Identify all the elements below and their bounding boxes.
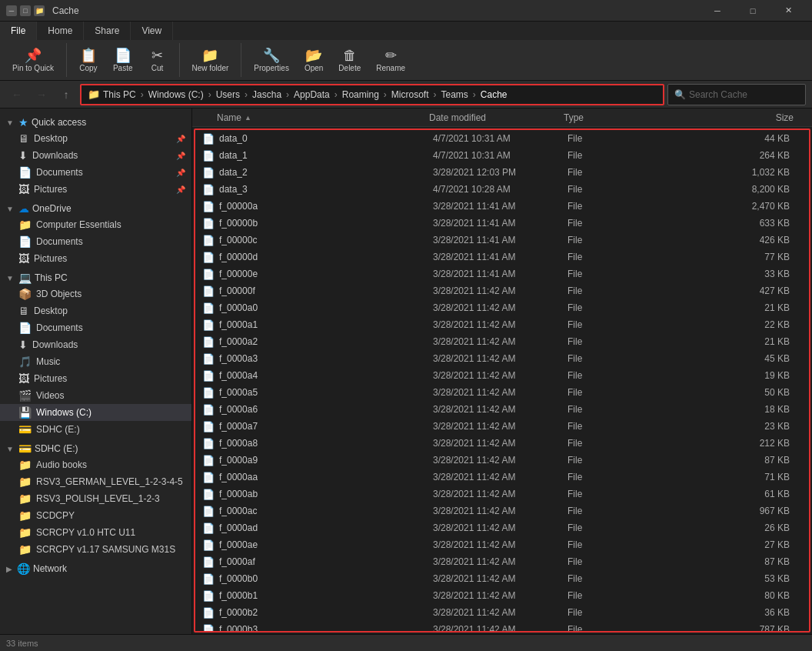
sidebar-item-documents-od[interactable]: 📄 Documents xyxy=(0,233,191,250)
table-row[interactable]: 📄f_0000ad3/28/2021 11:42 AMFile26 KB xyxy=(195,519,809,536)
table-row[interactable]: 📄f_0000b03/28/2021 11:42 AMFile53 KB xyxy=(195,570,809,587)
table-row[interactable]: 📄f_0000ae3/28/2021 11:42 AMFile27 KB xyxy=(195,536,809,553)
sidebar-item-videos[interactable]: 🎬 Videos xyxy=(0,387,191,404)
maximize-button[interactable]: □ xyxy=(735,0,770,22)
file-type: File xyxy=(567,607,660,618)
col-header-name[interactable]: Name ▲ xyxy=(198,112,429,123)
ribbon-content: 📌 Pin to Quick 📋 Copy 📄 Paste ✂ Cut 📁 Ne… xyxy=(0,40,812,80)
sidebar-group-onedrive[interactable]: ▼ ☁ OneDrive xyxy=(0,198,191,216)
table-row[interactable]: 📄f_0000b13/28/2021 11:42 AMFile80 KB xyxy=(195,587,809,604)
table-row[interactable]: 📄f_0000aa3/28/2021 11:42 AMFile71 KB xyxy=(195,469,809,486)
table-row[interactable]: 📄f_0000a73/28/2021 11:42 AMFile23 KB xyxy=(195,418,809,435)
close-button[interactable]: ✕ xyxy=(770,0,806,22)
ribbon-btn-paste[interactable]: 📄 Paste xyxy=(107,45,139,75)
table-row[interactable]: 📄f_0000ac3/28/2021 11:42 AMFile967 KB xyxy=(195,502,809,519)
col-header-type[interactable]: Type xyxy=(564,112,656,123)
table-row[interactable]: 📄data_14/7/2021 10:31 AMFile264 KB xyxy=(195,147,809,164)
table-row[interactable]: 📄data_34/7/2021 10:28 AMFile8,200 KB xyxy=(195,181,809,198)
sidebar-item-sdhc-pc[interactable]: 💳 SDHC (E:) xyxy=(0,421,191,438)
sidebar-item-3dobjects[interactable]: 📦 3D Objects xyxy=(0,285,191,302)
col-header-date[interactable]: Date modified xyxy=(429,112,564,123)
documents-icon: 📄 xyxy=(18,166,32,179)
sidebar-item-downloads-pc[interactable]: ⬇ Downloads xyxy=(0,336,191,353)
sidebar-item-scdcpy[interactable]: 📁 SCDCPY xyxy=(0,507,191,524)
table-row[interactable]: 📄f_0000b23/28/2021 11:42 AMFile36 KB xyxy=(195,604,809,621)
col-header-size[interactable]: Size xyxy=(656,112,806,123)
up-button[interactable]: ↑ xyxy=(55,84,77,105)
file-type: File xyxy=(567,269,660,279)
file-name: f_0000a5 xyxy=(219,387,258,398)
table-row[interactable]: 📄f_00000f3/28/2021 11:42 AMFile427 KB xyxy=(195,282,809,299)
ribbon-btn-newfolder[interactable]: 📁 New folder xyxy=(186,45,235,75)
sidebar-item-scrcpy-samsung[interactable]: 📁 SCRCPY v1.17 SAMSUNG M31S xyxy=(0,541,191,558)
forward-button[interactable]: → xyxy=(31,84,52,105)
sidebar-item-rsv3polish[interactable]: 📁 RSV3_POLISH_LEVEL_1-2-3 xyxy=(0,490,191,507)
sidebar-item-documents-pc[interactable]: 📄 Documents xyxy=(0,319,191,336)
table-row[interactable]: 📄f_0000a43/28/2021 11:42 AMFile19 KB xyxy=(195,367,809,384)
sidebar-group-sdhce[interactable]: ▼ 💳 SDHC (E:) xyxy=(0,438,191,456)
search-bar[interactable]: 🔍 Search Cache xyxy=(667,84,806,105)
file-date: 3/28/2021 11:42 AM xyxy=(433,319,567,330)
sidebar-item-pictures-qa[interactable]: 🖼 Pictures 📌 xyxy=(0,181,191,198)
ribbon-btn-rename[interactable]: ✏ Rename xyxy=(370,45,411,75)
table-row[interactable]: 📄f_0000a63/28/2021 11:42 AMFile18 KB xyxy=(195,401,809,418)
sidebar-item-audiobooks[interactable]: 📁 Audio books xyxy=(0,456,191,473)
table-row[interactable]: 📄f_0000b33/28/2021 11:42 AMFile787 KB xyxy=(195,621,809,633)
file-date: 3/28/2021 11:42 AM xyxy=(433,522,567,533)
file-icon: 📄 xyxy=(202,336,215,348)
ribbon-tab-share[interactable]: Share xyxy=(84,22,131,40)
file-name: f_00000c xyxy=(219,235,257,245)
ribbon-tab-home[interactable]: Home xyxy=(37,22,84,40)
table-row[interactable]: 📄f_0000a03/28/2021 11:42 AMFile21 KB xyxy=(195,299,809,316)
ribbon-btn-pinquick[interactable]: 📌 Pin to Quick xyxy=(6,45,60,75)
chevron-down-icon: ▼ xyxy=(6,205,14,213)
table-row[interactable]: 📄data_23/28/2021 12:03 PMFile1,032 KB xyxy=(195,164,809,181)
address-bar[interactable]: 📁 This PC › Windows (C:) › Users › Jasch… xyxy=(80,84,664,105)
sidebar-group-network[interactable]: ▶ 🌐 Network xyxy=(0,558,191,576)
table-row[interactable]: 📄f_0000a93/28/2021 11:42 AMFile87 KB xyxy=(195,452,809,469)
table-row[interactable]: 📄f_00000d3/28/2021 11:41 AMFile77 KB xyxy=(195,249,809,265)
table-row[interactable]: 📄f_0000a83/28/2021 11:42 AMFile212 KB xyxy=(195,435,809,452)
ribbon-tab-file[interactable]: File xyxy=(0,22,37,40)
sidebar-item-windows-c[interactable]: 💾 Windows (C:) xyxy=(0,404,191,421)
table-row[interactable]: 📄f_0000a53/28/2021 11:42 AMFile50 KB xyxy=(195,384,809,401)
sidebar-item-music[interactable]: 🎵 Music xyxy=(0,353,191,370)
table-row[interactable]: 📄f_0000a33/28/2021 11:42 AMFile45 KB xyxy=(195,350,809,367)
back-button[interactable]: ← xyxy=(6,84,28,105)
ribbon-tab-view[interactable]: View xyxy=(131,22,173,40)
sidebar-item-desktop-pc[interactable]: 🖥 Desktop xyxy=(0,302,191,319)
sidebar-item-documents-qa[interactable]: 📄 Documents 📌 xyxy=(0,164,191,181)
table-row[interactable]: 📄f_00000e3/28/2021 11:41 AMFile33 KB xyxy=(195,265,809,282)
ribbon-btn-properties[interactable]: 🔧 Properties xyxy=(248,45,295,75)
table-row[interactable]: 📄f_0000a23/28/2021 11:42 AMFile21 KB xyxy=(195,333,809,350)
sidebar-item-downloads-qa[interactable]: ⬇ Downloads 📌 xyxy=(0,147,191,164)
table-row[interactable]: 📄f_00000b3/28/2021 11:41 AMFile633 KB xyxy=(195,215,809,232)
sidebar-group-quickaccess[interactable]: ▼ ★ Quick access xyxy=(0,112,191,130)
pictures-icon: 🖼 xyxy=(18,252,29,265)
chevron-down-icon: ▼ xyxy=(6,274,14,282)
ribbon-btn-delete[interactable]: 🗑 Delete xyxy=(332,45,367,75)
ribbon-btn-open[interactable]: 📂 Open xyxy=(298,45,329,75)
sidebar-item-desktop-qa[interactable]: 🖥 Desktop 📌 xyxy=(0,130,191,147)
ribbon-btn-copy[interactable]: 📋 Copy xyxy=(73,45,104,75)
table-row[interactable]: 📄data_04/7/2021 10:31 AMFile44 KB xyxy=(195,130,809,147)
file-size: 26 KB xyxy=(660,522,802,533)
table-row[interactable]: 📄f_0000af3/28/2021 11:42 AMFile87 KB xyxy=(195,553,809,570)
file-type: File xyxy=(567,252,660,262)
sidebar-group-thispc[interactable]: ▼ 💻 This PC xyxy=(0,267,191,285)
sidebar-item-computeressentials[interactable]: 📁 Computer Essentials xyxy=(0,216,191,233)
file-list[interactable]: 📄data_04/7/2021 10:31 AMFile44 KB📄data_1… xyxy=(194,129,810,633)
sidebar-item-rsv3german[interactable]: 📁 RSV3_GERMAN_LEVEL_1-2-3-4-5 xyxy=(0,473,191,490)
table-row[interactable]: 📄f_0000a13/28/2021 11:42 AMFile22 KB xyxy=(195,316,809,333)
sidebar-item-scrcpy-htc[interactable]: 📁 SCRCPY v1.0 HTC U11 xyxy=(0,524,191,541)
sidebar-item-pictures-od[interactable]: 🖼 Pictures xyxy=(0,250,191,267)
table-row[interactable]: 📄f_0000ab3/28/2021 11:42 AMFile61 KB xyxy=(195,486,809,502)
table-row[interactable]: 📄f_00000a3/28/2021 11:41 AMFile2,470 KB xyxy=(195,198,809,215)
minimize-button[interactable]: ─ xyxy=(700,0,735,22)
ribbon-btn-cut[interactable]: ✂ Cut xyxy=(142,45,173,75)
file-size: 61 KB xyxy=(660,489,802,499)
table-row[interactable]: 📄f_00000c3/28/2021 11:41 AMFile426 KB xyxy=(195,232,809,249)
file-name-cell: 📄f_0000a4 xyxy=(202,370,433,382)
file-date: 3/28/2021 11:42 AM xyxy=(433,438,567,449)
sidebar-item-pictures-pc[interactable]: 🖼 Pictures xyxy=(0,370,191,387)
